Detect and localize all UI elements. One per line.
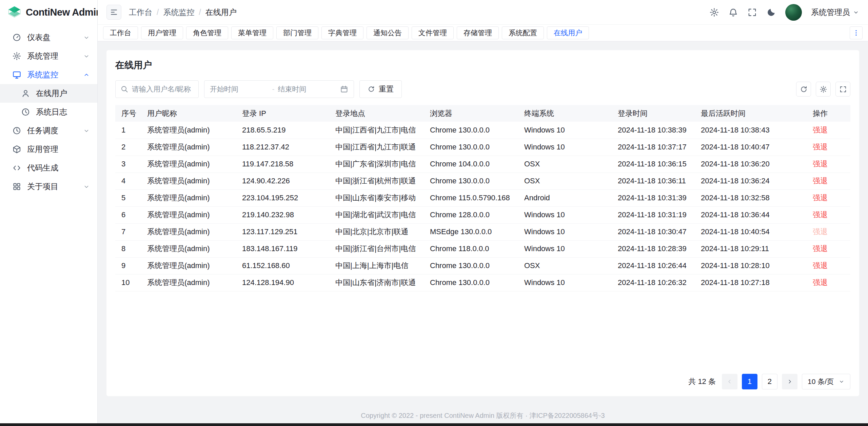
tab-在线用户[interactable]: 在线用户	[547, 26, 589, 39]
logo[interactable]: ContiNew Admin	[0, 0, 97, 25]
cell-登录 IP: 124.90.42.226	[236, 173, 329, 189]
sidebar-collapse-button[interactable]	[106, 5, 121, 20]
table-row: 9系统管理员(admin)61.152.168.60中国|上海|上海市|电信Ch…	[115, 257, 850, 274]
sidebar-item-系统日志[interactable]: 系统日志	[0, 103, 97, 121]
page-size-select[interactable]: 10 条/页	[802, 374, 850, 389]
force-logout-link[interactable]: 强退	[813, 177, 828, 185]
force-logout-link[interactable]: 强退	[813, 278, 828, 287]
pagination-prev-button[interactable]	[722, 374, 737, 389]
tab-部门管理[interactable]: 部门管理	[276, 26, 318, 39]
force-logout-link[interactable]: 强退	[813, 160, 828, 168]
refresh-icon	[800, 85, 808, 93]
cell-终端系统: Windows 10	[518, 122, 612, 139]
tab-用户管理[interactable]: 用户管理	[141, 26, 183, 39]
cell-序号: 10	[115, 274, 141, 291]
tab-文件管理[interactable]: 文件管理	[412, 26, 454, 39]
column-header-登录 IP: 登录 IP	[236, 105, 329, 122]
tabbar: 工作台用户管理角色管理菜单管理部门管理字典管理通知公告文件管理存储管理系统配置在…	[98, 25, 868, 41]
table-row: 10系统管理员(admin)124.128.194.90中国|山东省|济南市|联…	[115, 274, 850, 291]
notifications-icon[interactable]	[728, 7, 738, 17]
sidebar-item-应用管理[interactable]: 应用管理	[0, 140, 97, 159]
cell-用户昵称: 系统管理员(admin)	[141, 274, 236, 291]
cell-用户昵称: 系统管理员(admin)	[141, 240, 236, 257]
force-logout-link[interactable]: 强退	[813, 194, 828, 202]
cell-序号: 2	[115, 139, 141, 156]
sidebar-item-系统监控[interactable]: 系统监控	[0, 65, 97, 84]
tab-菜单管理[interactable]: 菜单管理	[231, 26, 273, 39]
fullscreen-icon[interactable]	[747, 7, 757, 17]
breadcrumb-item[interactable]: 工作台	[129, 7, 152, 18]
cell-操作: 强退	[807, 156, 850, 173]
refresh-icon	[368, 85, 375, 93]
cell-登录地点: 中国|山东省|泰安市|移动	[329, 189, 424, 206]
pagination-next-button[interactable]	[782, 374, 797, 389]
force-logout-link[interactable]: 强退	[813, 210, 828, 219]
user-menu[interactable]: 系统管理员	[811, 7, 859, 18]
search-input[interactable]	[132, 85, 194, 93]
table-row: 4系统管理员(admin)124.90.42.226中国|浙江省|杭州市|联通C…	[115, 173, 850, 189]
sidebar-item-系统管理[interactable]: 系统管理	[0, 47, 97, 65]
topbar: 工作台/系统监控/在线用户 系统管理员	[98, 0, 868, 25]
tab-角色管理[interactable]: 角色管理	[186, 26, 228, 39]
user-icon	[21, 89, 30, 98]
cell-浏览器: MSEdge 130.0.0.0	[424, 223, 518, 240]
sidebar-item-仪表盘[interactable]: 仪表盘	[0, 28, 97, 47]
table-fullscreen-button[interactable]	[835, 82, 850, 97]
tab-工作台[interactable]: 工作台	[103, 26, 138, 39]
cell-终端系统: Android	[518, 189, 612, 206]
table-actions	[796, 82, 850, 97]
sidebar-item-代码生成[interactable]: 代码生成	[0, 159, 97, 177]
force-logout-link[interactable]: 强退	[813, 261, 828, 270]
sidebar-item-在线用户[interactable]: 在线用户	[0, 84, 97, 103]
pagination-page-1[interactable]: 1	[742, 374, 757, 389]
cell-用户昵称: 系统管理员(admin)	[141, 156, 236, 173]
search-box	[115, 80, 199, 98]
force-logout-link[interactable]: 强退	[813, 244, 828, 253]
settings-icon	[820, 85, 827, 93]
cell-操作: 强退	[807, 274, 850, 291]
date-range-picker[interactable]: 开始时间 - 结束时间	[204, 80, 354, 98]
sidebar-item-label: 代码生成	[27, 163, 90, 173]
cell-登录地点: 中国|江西省|九江市|联通	[329, 139, 424, 156]
footer: Copyright © 2022 - present ContiNew Admi…	[98, 405, 868, 426]
force-logout-link[interactable]: 强退	[813, 126, 828, 134]
settings-icon[interactable]	[709, 7, 719, 17]
column-header-终端系统: 终端系统	[518, 105, 612, 122]
tab-字典管理[interactable]: 字典管理	[321, 26, 363, 39]
tab-系统配置[interactable]: 系统配置	[502, 26, 544, 39]
cell-操作: 强退	[807, 122, 850, 139]
dark-mode-icon[interactable]	[766, 7, 776, 17]
cell-终端系统: Windows 10	[518, 223, 612, 240]
tab-通知公告[interactable]: 通知公告	[367, 26, 409, 39]
breadcrumb-item[interactable]: 系统监控	[163, 7, 194, 18]
avatar[interactable]	[785, 4, 802, 21]
date-start-placeholder: 开始时间	[210, 84, 269, 94]
tab-more-button[interactable]	[850, 26, 863, 39]
cell-序号: 9	[115, 257, 141, 274]
force-logout-link[interactable]: 强退	[813, 143, 828, 151]
tab-存储管理[interactable]: 存储管理	[457, 26, 499, 39]
reset-button[interactable]: 重置	[359, 80, 402, 98]
sidebar-item-任务调度[interactable]: 任务调度	[0, 121, 97, 140]
pagination-pages: 12	[742, 374, 777, 389]
date-end-placeholder: 结束时间	[278, 84, 337, 94]
history-icon	[21, 107, 30, 117]
pagination-page-2[interactable]: 2	[762, 374, 777, 389]
table-refresh-button[interactable]	[796, 82, 811, 97]
cell-登录时间: 2024-11-18 10:37:17	[612, 139, 695, 156]
force-logout-link[interactable]: 强退	[813, 227, 828, 236]
app-icon	[12, 145, 21, 154]
online-users-table: 序号用户昵称登录 IP登录地点浏览器终端系统登录时间最后活跃时间操作 1系统管理…	[115, 105, 850, 291]
cell-登录地点: 中国|上海|上海市|电信	[329, 257, 424, 274]
column-header-登录地点: 登录地点	[329, 105, 424, 122]
sidebar-item-关于项目[interactable]: 关于项目	[0, 177, 97, 196]
cell-登录 IP: 118.212.37.42	[236, 139, 329, 156]
chevron-up-icon	[83, 72, 90, 78]
date-separator: -	[272, 85, 275, 93]
chevron-left-icon	[726, 378, 733, 385]
table-settings-button[interactable]	[816, 82, 831, 97]
cell-用户昵称: 系统管理员(admin)	[141, 139, 236, 156]
cell-登录时间: 2024-11-18 10:38:39	[612, 122, 695, 139]
reset-label: 重置	[379, 84, 394, 94]
cell-用户昵称: 系统管理员(admin)	[141, 122, 236, 139]
